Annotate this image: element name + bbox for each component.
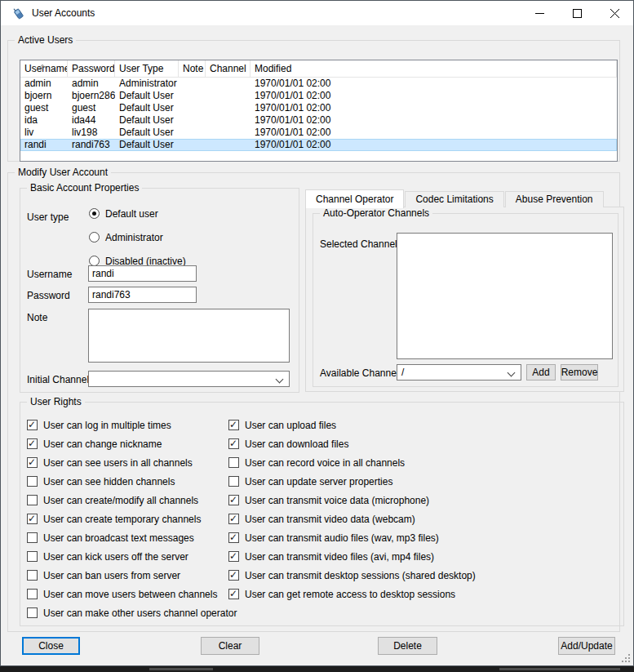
user-right-row[interactable]: User can get remote access to desktop se… [228, 585, 476, 603]
cell-note [179, 78, 206, 90]
cell-channel [206, 127, 250, 139]
user-right-row[interactable]: User can transmit video files (avi, mp4 … [228, 547, 476, 566]
column-header-modified[interactable]: Modified [250, 60, 617, 77]
radio-label: Default user [105, 208, 158, 220]
user-right-row[interactable]: User can transmit audio files (wav, mp3 … [228, 528, 476, 547]
user-right-row[interactable]: User can update server properties [228, 472, 476, 491]
user-right-label: User can log in multiple times [43, 420, 171, 431]
user-right-row[interactable]: User can create temporary channels [27, 510, 237, 528]
close-button[interactable] [596, 1, 633, 25]
cell-user_type: Default User [115, 127, 179, 139]
add-button[interactable]: Add [526, 364, 556, 381]
basic-group-label: Basic Account Properties [27, 182, 142, 194]
user-right-row[interactable]: User can create/modify all channels [27, 491, 237, 510]
remove-button[interactable]: Remove [561, 364, 598, 381]
tab-codec-limitations[interactable]: Codec Limitations [405, 191, 503, 207]
user-right-row[interactable]: User can ban users from server [27, 566, 237, 585]
table-row[interactable]: adminadminAdministrator1970/01/01 02:00 [20, 78, 617, 90]
initial-channel-combobox[interactable] [88, 371, 290, 387]
table-row[interactable]: idaida44Default User1970/01/01 02:00 [20, 114, 617, 127]
cell-modified: 1970/01/01 02:00 [250, 102, 617, 114]
cell-username: liv [20, 127, 68, 139]
add-update-button[interactable]: Add/Update [558, 637, 615, 655]
checkbox-icon[interactable] [228, 420, 239, 430]
user-right-row[interactable]: User can transmit desktop sessions (shar… [228, 566, 476, 585]
selected-channels-listbox[interactable] [397, 233, 613, 359]
checkbox-icon[interactable] [27, 570, 38, 581]
checkbox-icon[interactable] [27, 476, 38, 487]
table-row[interactable]: bjoernbjoern286Default User1970/01/01 02… [20, 90, 617, 102]
user-right-row[interactable]: User can upload files [228, 416, 476, 434]
checkbox-icon[interactable] [228, 589, 239, 599]
user-right-label: User can transmit voice data (microphone… [245, 495, 429, 506]
maximize-button[interactable] [558, 1, 596, 25]
user-right-row[interactable]: User can make other users channel operat… [27, 603, 237, 622]
checkbox-icon[interactable] [228, 495, 239, 505]
user-right-label: User can download files [245, 438, 348, 450]
modify-group-label: Modify User Account [15, 167, 111, 178]
checkbox-icon[interactable] [27, 589, 38, 599]
user-right-row[interactable]: User can download files [228, 434, 476, 453]
user-right-row[interactable]: User can change nickname [27, 434, 237, 453]
available-channels-combobox[interactable]: / [397, 364, 521, 381]
password-input[interactable] [88, 287, 197, 303]
chevron-down-icon [508, 369, 516, 377]
table-row[interactable]: randirandi763Default User1970/01/01 02:0… [20, 139, 617, 151]
column-header-channel[interactable]: Channel [206, 60, 250, 77]
cell-modified: 1970/01/01 02:00 [250, 139, 617, 151]
close-dialog-button[interactable]: Close [22, 637, 80, 655]
user-right-row[interactable]: User can see hidden channels [27, 472, 237, 491]
user-type-label: User type [27, 211, 69, 223]
titlebar[interactable]: User Accounts [1, 1, 633, 25]
radio-button-icon[interactable] [89, 232, 100, 243]
table-row[interactable]: livliv198Default User1970/01/01 02:00 [20, 127, 617, 139]
checkbox-icon[interactable] [228, 551, 239, 562]
checkbox-icon[interactable] [27, 457, 38, 468]
checkbox-icon[interactable] [228, 476, 239, 487]
user-right-row[interactable]: User can transmit voice data (microphone… [228, 491, 476, 510]
user-right-label: User can see users in all channels [43, 457, 193, 469]
column-header-password[interactable]: Password [68, 60, 115, 77]
cell-note [179, 127, 206, 139]
checkbox-icon[interactable] [228, 457, 239, 468]
checkbox-icon[interactable] [228, 514, 239, 524]
checkbox-icon[interactable] [27, 495, 38, 505]
tab-abuse-prevention[interactable]: Abuse Prevention [505, 191, 604, 207]
clear-button[interactable]: Clear [201, 637, 259, 655]
user-right-row[interactable]: User can kick users off the server [27, 547, 237, 566]
checkbox-icon[interactable] [228, 570, 239, 581]
checkbox-icon[interactable] [27, 607, 38, 618]
radio-button-icon[interactable] [89, 208, 100, 219]
table-row[interactable]: guestguestDefault User1970/01/01 02:00 [20, 102, 617, 114]
users-table[interactable]: UsernamePasswordUser TypeNoteChannelModi… [20, 60, 618, 162]
note-textarea[interactable] [88, 309, 290, 363]
user-type-radio-row[interactable]: Default user [89, 202, 186, 225]
tab-channel-operator[interactable]: Channel Operator [305, 189, 404, 208]
cell-channel [206, 102, 250, 114]
user-right-row[interactable]: User can transmit video data (webcam) [228, 510, 476, 528]
cell-channel [206, 90, 250, 102]
user-right-row[interactable]: User can see users in all channels [27, 453, 237, 472]
checkbox-icon[interactable] [27, 514, 38, 524]
user-right-row[interactable]: User can log in multiple times [27, 416, 237, 434]
checkbox-icon[interactable] [27, 420, 38, 430]
users-table-header[interactable]: UsernamePasswordUser TypeNoteChannelModi… [20, 60, 617, 78]
resize-grip[interactable] [621, 653, 631, 663]
delete-button[interactable]: Delete [378, 637, 437, 655]
user-right-row[interactable]: User can record voice in all channels [228, 453, 476, 472]
username-input[interactable] [88, 265, 197, 282]
checkbox-icon[interactable] [228, 438, 239, 449]
sort-ascending-icon [40, 61, 47, 65]
user-right-row[interactable]: User can move users between channels [27, 585, 237, 603]
checkbox-icon[interactable] [228, 532, 239, 543]
user-type-radio-row[interactable]: Administrator [89, 225, 186, 249]
user-right-row[interactable]: User can broadcast text messages [27, 528, 237, 547]
checkbox-icon[interactable] [27, 532, 38, 543]
cell-username: ida [20, 114, 68, 127]
column-header-note[interactable]: Note [179, 60, 206, 77]
minimize-button[interactable] [521, 1, 558, 25]
column-header-user_type[interactable]: User Type [115, 60, 179, 77]
checkbox-icon[interactable] [27, 438, 38, 449]
available-channels-value: / [401, 367, 404, 378]
checkbox-icon[interactable] [27, 551, 38, 562]
